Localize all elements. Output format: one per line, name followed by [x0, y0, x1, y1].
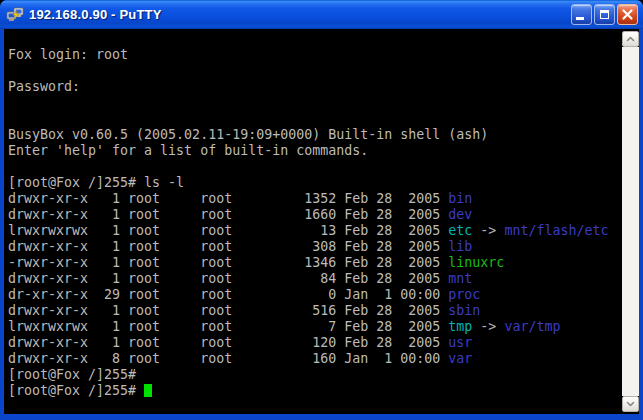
file-name: dev: [448, 207, 472, 222]
shell-prompt: [root@Fox /]255#: [8, 175, 144, 190]
scroll-down-button[interactable]: [622, 396, 639, 412]
terminal-line: Password:: [8, 79, 622, 95]
ls-row: drwxr-xr-x 1 root root 1660 Feb 28 2005 …: [8, 207, 622, 223]
file-name: var: [448, 351, 472, 366]
command-line: [root@Fox /]255# ls -l: [8, 175, 622, 191]
file-name: bin: [448, 191, 472, 206]
terminal-line: [8, 31, 622, 47]
ls-row: lrwxrwxrwx 1 root root 13 Feb 28 2005 et…: [8, 223, 622, 239]
terminal-line: [8, 95, 622, 111]
terminal-line: BusyBox v0.60.5 (2005.02.11-19:09+0000) …: [8, 127, 622, 143]
ls-row: lrwxrwxrwx 1 root root 7 Feb 28 2005 tmp…: [8, 319, 622, 335]
terminal-line: [8, 63, 622, 79]
file-name: lib: [448, 239, 472, 254]
symlink-target: mnt/flash/etc: [504, 223, 608, 238]
maximize-icon: [600, 10, 609, 19]
shell-prompt: [root@Fox /]255#: [8, 383, 144, 398]
chevron-down-icon: [623, 397, 638, 411]
minimize-icon: [576, 17, 584, 20]
scrollbar-track[interactable]: [622, 47, 639, 396]
prompt-line: [root@Fox /]255#: [8, 383, 622, 399]
ls-row: drwxr-xr-x 1 root root 516 Feb 28 2005 s…: [8, 303, 622, 319]
window-title: 192.168.0.90 - PuTTY: [29, 7, 571, 22]
file-name: mnt: [448, 271, 472, 286]
file-name: usr: [448, 335, 472, 350]
file-name: proc: [448, 287, 480, 302]
terminal-cursor: [144, 384, 152, 397]
chevron-up-icon: [623, 32, 638, 46]
ls-listing: drwxr-xr-x 1 root root 1352 Feb 28 2005 …: [8, 191, 622, 367]
putty-window: 192.168.0.90 - PuTTY Fox login: root Pas…: [0, 0, 643, 420]
window-controls: [571, 4, 638, 25]
shell-command: ls -l: [144, 175, 184, 190]
symlink-target: var/tmp: [504, 319, 560, 334]
ls-row: drwxr-xr-x 8 root root 160 Jan 1 00:00 v…: [8, 351, 622, 367]
ls-row: dr-xr-xr-x 29 root root 0 Jan 1 00:00 pr…: [8, 287, 622, 303]
ls-row: drwxr-xr-x 1 root root 120 Feb 28 2005 u…: [8, 335, 622, 351]
ls-row: -rwxr-xr-x 1 root root 1346 Feb 28 2005 …: [8, 255, 622, 271]
terminal-line: [8, 159, 622, 175]
ls-row: drwxr-xr-x 1 root root 1352 Feb 28 2005 …: [8, 191, 622, 207]
putty-icon: [6, 6, 24, 24]
ls-row: drwxr-xr-x 1 root root 84 Feb 28 2005 mn…: [8, 271, 622, 287]
scroll-up-button[interactable]: [622, 31, 639, 47]
file-name: sbin: [448, 303, 480, 318]
terminal-line: Enter 'help' for a list of built-in comm…: [8, 143, 622, 159]
ls-row: drwxr-xr-x 1 root root 308 Feb 28 2005 l…: [8, 239, 622, 255]
maximize-button[interactable]: [594, 4, 615, 25]
terminal-line: [8, 111, 622, 127]
terminal-area[interactable]: Fox login: root Password: BusyBox v0.60.…: [4, 29, 639, 414]
shell-prompt: [root@Fox /]255#: [8, 367, 622, 383]
terminal-line: Fox login: root: [8, 47, 622, 63]
title-bar[interactable]: 192.168.0.90 - PuTTY: [0, 0, 643, 29]
terminal-output[interactable]: Fox login: root Password: BusyBox v0.60.…: [4, 29, 622, 414]
close-icon: [619, 6, 636, 23]
file-name: tmp: [448, 319, 472, 334]
file-name: etc: [448, 223, 472, 238]
minimize-button[interactable]: [571, 4, 592, 25]
file-name: linuxrc: [448, 255, 504, 270]
scrollbar[interactable]: [622, 31, 639, 412]
close-button[interactable]: [617, 4, 638, 25]
